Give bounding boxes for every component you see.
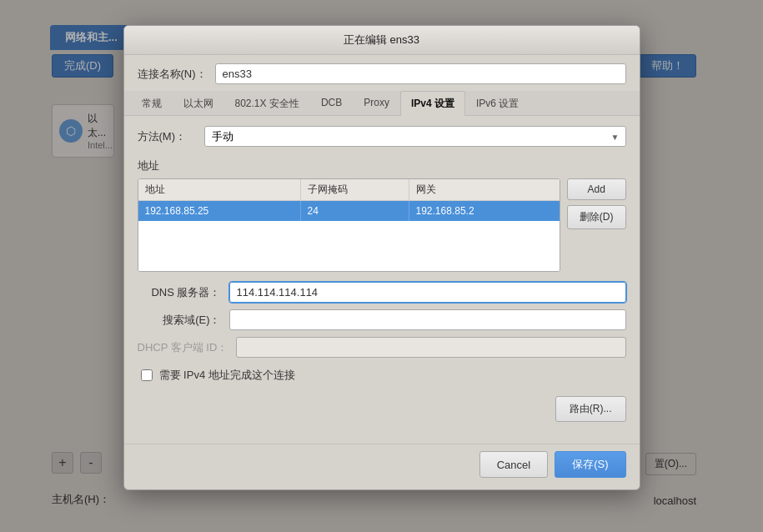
cell-address: 192.168.85.25 xyxy=(138,201,301,221)
search-domain-row: 搜索域(E)： xyxy=(138,309,626,330)
cancel-button[interactable]: Cancel xyxy=(479,451,548,478)
tab-ipv4[interactable]: IPv4 设置 xyxy=(400,91,465,116)
dhcp-row: DHCP 客户端 ID： xyxy=(138,337,626,358)
modal-title: 正在编辑 ens33 xyxy=(344,33,419,46)
address-table-empty-area xyxy=(138,221,560,271)
tab-general[interactable]: 常规 xyxy=(131,91,173,116)
col-header-mask: 子网掩码 xyxy=(301,179,409,200)
tab-ipv6[interactable]: IPv6 设置 xyxy=(465,91,530,116)
cell-mask: 24 xyxy=(301,201,409,221)
tab-8021x[interactable]: 802.1X 安全性 xyxy=(224,91,310,116)
tab-bar: 常规 以太网 802.1X 安全性 DCB Proxy IPv4 设置 IPv6… xyxy=(124,91,640,116)
modal-titlebar: 正在编辑 ens33 xyxy=(124,26,640,55)
checkbox-row: 需要 IPv4 地址完成这个连接 xyxy=(138,368,626,383)
address-table-wrapper: 地址 子网掩码 网关 192.168.85.25 24 192.168.85.2… xyxy=(138,178,626,272)
modal-dialog: 正在编辑 ens33 连接名称(N)： 常规 以太网 802.1X 安全性 DC… xyxy=(123,25,640,490)
search-domain-input[interactable] xyxy=(229,309,626,330)
conn-name-label: 连接名称(N)： xyxy=(138,67,207,82)
dhcp-label: DHCP 客户端 ID： xyxy=(138,340,228,355)
method-row: 方法(M)： 自动(DHCP)仅自动地址手动仅链路不可用 ▼ xyxy=(138,126,626,147)
route-button[interactable]: 路由(R)... xyxy=(555,396,626,422)
tab-proxy[interactable]: Proxy xyxy=(353,91,400,116)
col-header-address: 地址 xyxy=(138,179,301,200)
method-select-wrapper: 自动(DHCP)仅自动地址手动仅链路不可用 ▼ xyxy=(204,126,626,147)
tab-dcb[interactable]: DCB xyxy=(310,91,353,116)
search-domain-label: 搜索域(E)： xyxy=(138,313,221,328)
route-row: 路由(R)... xyxy=(138,396,626,422)
tab-ethernet[interactable]: 以太网 xyxy=(173,91,224,116)
dns-input[interactable] xyxy=(229,282,626,303)
address-table-header: 地址 子网掩码 网关 xyxy=(138,179,560,201)
dns-label: DNS 服务器： xyxy=(138,285,221,300)
dhcp-input xyxy=(236,337,625,358)
dns-row: DNS 服务器： xyxy=(138,282,626,303)
method-label: 方法(M)： xyxy=(138,129,196,144)
modal-overlay: 正在编辑 ens33 连接名称(N)： 常规 以太网 802.1X 安全性 DC… xyxy=(0,0,763,532)
table-row[interactable]: 192.168.85.25 24 192.168.85.2 xyxy=(138,201,560,221)
address-section-title: 地址 xyxy=(138,158,626,173)
modal-body: 方法(M)： 自动(DHCP)仅自动地址手动仅链路不可用 ▼ 地址 地址 子网掩… xyxy=(124,116,640,444)
save-button[interactable]: 保存(S) xyxy=(555,451,625,478)
col-header-gateway: 网关 xyxy=(409,179,560,200)
delete-address-button[interactable]: 删除(D) xyxy=(567,205,626,229)
add-address-button[interactable]: Add xyxy=(567,178,626,200)
conn-name-input[interactable] xyxy=(215,63,626,84)
method-select[interactable]: 自动(DHCP)仅自动地址手动仅链路不可用 xyxy=(204,126,626,147)
conn-name-row: 连接名称(N)： xyxy=(124,55,640,91)
address-table: 地址 子网掩码 网关 192.168.85.25 24 192.168.85.2 xyxy=(138,178,560,272)
address-buttons: Add 删除(D) xyxy=(567,178,626,272)
cell-gateway: 192.168.85.2 xyxy=(409,201,560,221)
require-ipv4-checkbox[interactable] xyxy=(141,369,153,381)
modal-bottom-buttons: Cancel 保存(S) xyxy=(124,444,640,489)
checkbox-label: 需要 IPv4 地址完成这个连接 xyxy=(159,368,295,383)
